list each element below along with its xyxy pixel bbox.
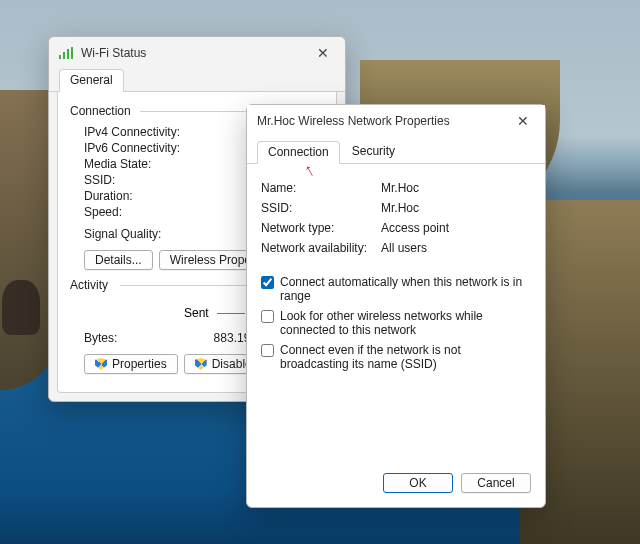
network-availability-value: All users: [381, 241, 427, 255]
shield-icon: [195, 358, 207, 370]
activity-sent-label: Sent: [184, 306, 209, 320]
connect-hidden-checkbox[interactable]: Connect even if the network is not broad…: [261, 340, 531, 374]
speed-label: Speed:: [84, 205, 204, 219]
shield-icon: [95, 358, 107, 370]
background-rock: [2, 280, 40, 335]
ipv4-label: IPv4 Connectivity:: [84, 125, 204, 139]
cancel-button[interactable]: Cancel: [461, 473, 531, 493]
ok-button[interactable]: OK: [383, 473, 453, 493]
properties-title: Mr.Hoc Wireless Network Properties: [257, 114, 509, 128]
network-type-value: Access point: [381, 221, 449, 235]
close-icon[interactable]: ✕: [309, 45, 337, 61]
wifi-signal-icon: [59, 47, 75, 59]
name-value: Mr.Hoc: [381, 181, 419, 195]
connect-automatically-checkbox[interactable]: Connect automatically when this network …: [261, 272, 531, 306]
details-button[interactable]: Details...: [84, 250, 153, 270]
wifi-status-tabs: General: [49, 69, 345, 92]
duration-label: Duration:: [84, 189, 204, 203]
wifi-status-titlebar[interactable]: Wi-Fi Status ✕: [49, 37, 345, 69]
network-availability-label: Network availability:: [261, 241, 381, 255]
close-icon[interactable]: ✕: [509, 113, 537, 129]
media-state-label: Media State:: [84, 157, 204, 171]
properties-panel: ↑ Name:Mr.Hoc SSID:Mr.Hoc Network type:A…: [247, 164, 545, 386]
properties-titlebar[interactable]: Mr.Hoc Wireless Network Properties ✕: [247, 105, 545, 137]
name-label: Name:: [261, 181, 381, 195]
ssid-value: Mr.Hoc: [381, 201, 419, 215]
tab-general[interactable]: General: [59, 69, 124, 92]
bytes-label: Bytes:: [84, 331, 204, 345]
properties-button[interactable]: Properties: [84, 354, 178, 374]
signal-quality-label: Signal Quality:: [84, 227, 204, 241]
properties-footer: OK Cancel: [247, 463, 545, 507]
ipv6-label: IPv6 Connectivity:: [84, 141, 204, 155]
ssid-label: SSID:: [84, 173, 204, 187]
tab-security[interactable]: Security: [342, 141, 405, 163]
network-type-label: Network type:: [261, 221, 381, 235]
tab-connection[interactable]: Connection: [257, 141, 340, 164]
wifi-status-title: Wi-Fi Status: [81, 46, 309, 60]
ssid-label: SSID:: [261, 201, 381, 215]
network-properties-window: Mr.Hoc Wireless Network Properties ✕ Con…: [246, 104, 546, 508]
look-for-networks-checkbox[interactable]: Look for other wireless networks while c…: [261, 306, 531, 340]
properties-tabs: Connection Security: [247, 141, 545, 164]
